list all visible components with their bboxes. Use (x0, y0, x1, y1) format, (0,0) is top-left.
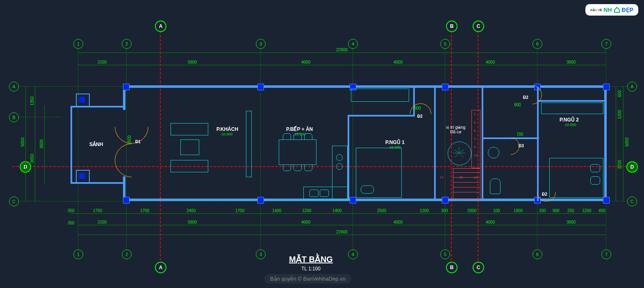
dim-bot-d2: 1700 (140, 208, 149, 213)
wall-ngu2-top (537, 100, 607, 102)
stair-n15: 15 (459, 176, 463, 179)
door-d3-label: Đ3 (519, 144, 524, 148)
pillow-ngu1 (361, 185, 374, 194)
dim-bot-d16: 250 (567, 208, 574, 213)
dim-bot-d7: 1400 (332, 208, 341, 213)
grid-bubble-3-bot: 3 (256, 249, 266, 259)
column-5C (442, 197, 448, 203)
grid-bubble-4-bot: 4 (348, 249, 358, 259)
dim-line-left-2 (35, 86, 35, 201)
grid-bubble-6-top: 6 (532, 39, 542, 49)
stair-n7: 7 (474, 137, 476, 141)
chair-5 (294, 165, 302, 171)
column-5A (442, 84, 448, 90)
dim-overall-top: 22900 (336, 48, 348, 52)
dim-top-2: 4000 (301, 60, 310, 64)
dim-line-detail-bot (71, 213, 606, 214)
grid-bubble-A-right: A (627, 82, 637, 91)
grid-bubble-C-right: C (627, 197, 637, 206)
stove-burner-2 (336, 163, 343, 170)
dim-left-0: 1350 (30, 96, 34, 105)
stove-burner-1 (336, 154, 343, 161)
porch-col-top (76, 94, 90, 107)
stair-block (453, 168, 480, 200)
stair-run-up (471, 110, 480, 168)
wardrobe-ngu1 (351, 89, 409, 102)
section-bubble-A-top: A (155, 21, 166, 32)
section-bubble-D-right: D (626, 161, 638, 173)
chair-4 (283, 165, 291, 171)
sofa-2 (171, 160, 208, 172)
dim-bot-5: 3000 (567, 220, 576, 224)
dim-bot-d3: 2400 (187, 208, 196, 213)
door-d1-arc2 (108, 137, 155, 184)
section-B-line (451, 23, 452, 265)
room-gieng: vị trí giếng Đã cơ (446, 125, 465, 134)
door-d2-top-label: Đ2 (523, 95, 528, 100)
dim-bot-d10: 300 (441, 208, 448, 213)
dim-left-inner-0: 3500 (39, 139, 44, 149)
dim-700-wc: 700 (517, 132, 523, 137)
section-bubble-B-top: B (446, 21, 457, 32)
grid-bubble-1-bot: 1 (73, 249, 83, 259)
dim-bot-d11: 2000 (467, 208, 476, 213)
chair-6 (304, 165, 312, 171)
dim-right-2v: 3200 (617, 160, 622, 169)
room-khach: P.KHÁCH (216, 126, 238, 132)
grid-bubble-2-top: 2 (122, 39, 132, 49)
grid-bubble-4-top: 4 (348, 39, 358, 49)
column-2A (123, 84, 130, 90)
dim-bot-d14: 200 (539, 208, 546, 213)
room-bep: P.BẾP + ĂN (286, 126, 313, 132)
dim-bot-d12: 100 (493, 208, 500, 213)
grid-bubble-B-left: B (9, 112, 19, 122)
wall-ngu1-right (434, 87, 436, 201)
section-A-line (160, 23, 161, 265)
dim-bot-4: 4000 (486, 220, 495, 224)
column-3A (257, 84, 264, 90)
dim-line-left-3 (44, 106, 45, 184)
gridline-1 (78, 39, 78, 256)
dim-bot-d13: 1900 (514, 208, 523, 213)
dim-900-gieng: 900 (514, 103, 521, 107)
dim-bot-d6: 1200 (302, 208, 311, 213)
wc-toilet (490, 178, 501, 194)
sink-basin-1 (309, 190, 319, 197)
dim-left-overall: 5000 (20, 137, 25, 146)
dim-bot-d18: 450 (598, 208, 605, 213)
grid-bubble-2-bot: 2 (122, 249, 132, 259)
room-ngu2-lvl: ±0.000 (565, 123, 576, 127)
tv-unit (246, 111, 252, 177)
grid-bubble-6-bot: 6 (532, 249, 542, 259)
dim-bot-d1: 1750 (93, 208, 102, 213)
wc-sink (488, 147, 499, 158)
dining-table (279, 139, 316, 165)
copyright-watermark: Bản quyền © BanVeNhaDep.vn (264, 274, 351, 283)
dim-right-0: 600 (617, 90, 622, 97)
room-ngu1: P.NGỦ 1 (385, 139, 405, 145)
stair-n1: 1 (474, 112, 476, 116)
column-3C (257, 197, 264, 203)
dim-line-overall-top (78, 53, 606, 53)
dim-bot-d15: 900 (553, 208, 560, 213)
dim-bot-d4: 1700 (235, 208, 244, 213)
grid-bubble-5-bot: 5 (440, 249, 450, 259)
logo-badge: Bản Vẽ NH ĐẸP (585, 4, 638, 16)
dim-left-1: 3650 (30, 154, 34, 163)
dim-line-right-2 (616, 86, 616, 201)
dim-right-1: 1200 (617, 110, 622, 119)
drawing-scale: TL 1:100 (301, 266, 321, 272)
gridline-4 (353, 39, 353, 256)
wall-wc-left (482, 87, 483, 201)
column-2C (123, 197, 130, 203)
grid-bubble-1-top: 1 (73, 39, 83, 49)
dim-line-overall-left (25, 86, 26, 201)
dim-bot-d9: 1200 (420, 208, 429, 213)
dim-right-overall: 5000 (625, 137, 629, 146)
sofa-1 (171, 123, 208, 135)
room-khach-lvl: ±0.000 (221, 132, 232, 136)
dim-bot-0: 2100 (98, 220, 107, 224)
grid-bubble-7-bot: 7 (601, 249, 611, 259)
dim-top-4: 4000 (486, 60, 495, 64)
dim-bot-2: 4000 (301, 220, 310, 224)
